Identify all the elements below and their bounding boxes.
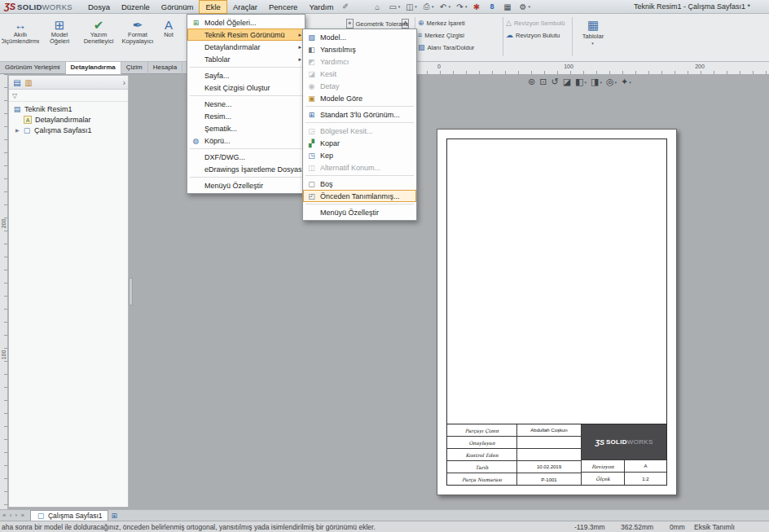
submenu-item-yansitilmis[interactable]: ◧ Yansıtılmış xyxy=(303,43,416,55)
panel-splitter-handle[interactable] xyxy=(129,278,133,306)
displaymanager-tab-icon[interactable]: ▥ xyxy=(23,77,34,88)
menu-ekle[interactable]: Ekle xyxy=(199,0,226,14)
revision-cloud-button[interactable]: ☁ Revizyon Bulutu xyxy=(506,29,565,41)
featuremanager-panel: ▤ ▥ › ▽ ▤ Teknik Resim1 A Detaylandırmal… xyxy=(8,75,129,508)
button-label: Format Kopyalayıcı xyxy=(119,32,156,45)
menu-duzenle[interactable]: Düzenle xyxy=(116,1,156,13)
menu-item-label: Detaylandırmalar xyxy=(204,43,261,51)
menu-araclar[interactable]: Araçlar xyxy=(227,1,263,13)
datum-feature-button[interactable]: A xyxy=(402,18,409,29)
submenu-item-bos[interactable]: ▢ Boş xyxy=(303,178,416,190)
open-icon[interactable]: ▭ xyxy=(387,1,399,13)
rebuild-icon[interactable]: ✱ xyxy=(470,1,482,13)
menu-yardim[interactable]: Yardım xyxy=(303,1,339,13)
chevron-down-icon[interactable]: ▾ xyxy=(528,4,530,9)
menu-separator xyxy=(305,122,414,123)
model-items-icon: ⊞ xyxy=(55,18,65,32)
tab-cizim[interactable]: Çizim xyxy=(121,62,148,74)
status-x-coordinate: -119.3mm xyxy=(574,523,605,531)
format-painter-button[interactable]: ✒ Format Kopyalayıcı xyxy=(119,15,156,59)
submenu-item-kesit[interactable]: ◪ Kesit xyxy=(303,68,416,80)
tab-detaylandirma[interactable]: Detaylandırma xyxy=(66,62,121,74)
menu-item-kesit-cizgisi-olustur[interactable]: Kesit Çizgisi Oluştur xyxy=(187,81,305,94)
menu-dosya[interactable]: Dosya xyxy=(82,1,116,13)
panel-expand-chevron-icon[interactable]: › xyxy=(123,78,125,87)
menu-gorunum[interactable]: Görünüm xyxy=(156,1,200,13)
note-button[interactable]: A Not xyxy=(158,15,179,59)
redo-icon[interactable]: ↷ xyxy=(454,1,466,13)
submenu-item-onceden-tanimlanmis[interactable]: ◰ Önceden Tanımlanmış... xyxy=(303,190,416,202)
menu-item-label: Alternatif Konum... xyxy=(320,164,380,172)
settings-gear-icon[interactable]: ⚙ xyxy=(516,1,529,13)
featuremanager-tab-icon[interactable]: ▤ xyxy=(11,77,23,88)
menu-item-teknik-resim-gorunumu[interactable]: Teknik Resim Görünümü ▸ xyxy=(187,29,305,41)
submenu-item-kopar[interactable]: ▞ Kopar xyxy=(303,137,416,149)
expander-icon[interactable]: ▶ xyxy=(15,127,22,133)
logo-works-text: WORKS xyxy=(627,438,653,446)
tree-item-detaylandirmalar[interactable]: A Detaylandırmalar xyxy=(9,114,128,125)
chevron-down-icon[interactable]: ▾ xyxy=(465,4,468,9)
previous-view-icon[interactable]: ↺ xyxy=(551,77,558,87)
chevron-down-icon[interactable]: ▾ xyxy=(415,4,417,9)
area-hatch-button[interactable]: ▨ Alanı Tara/Doldur xyxy=(418,42,474,53)
revision-symbol-button[interactable]: △ Revizyon Sembolü xyxy=(506,17,565,29)
undo-icon[interactable]: ↶ xyxy=(437,1,449,13)
submenu-item-detay[interactable]: ◉ Detay xyxy=(303,80,416,92)
model-items-button[interactable]: ⊞ Model Öğeleri xyxy=(41,15,78,59)
add-sheet-icon[interactable]: ⊞ xyxy=(112,512,118,520)
home-icon[interactable]: ⌂ xyxy=(371,1,384,13)
submenu-item-yardimci[interactable]: ◩ Yardımcı xyxy=(303,55,416,68)
chevron-down-icon[interactable]: ▾ xyxy=(432,4,434,9)
filter-icon[interactable]: ▽ xyxy=(12,92,17,99)
submenu-item-modele-gore[interactable]: ▣ Modele Göre xyxy=(303,92,416,104)
menu-item-menuyu-ozellestir[interactable]: Menüyü Özelleştir xyxy=(187,179,305,191)
zoom-area-icon[interactable]: ⊡ xyxy=(539,77,547,87)
submenu-item-standart-3lu-gorunum[interactable]: ⊞ Standart 3'lü Görünüm... xyxy=(303,108,416,121)
menu-pencere[interactable]: Pencere xyxy=(263,1,303,13)
smart-dimension-button[interactable]: ↔ Akıllı Ölçümlendirme xyxy=(2,15,39,59)
drawing-sheet[interactable]: Parçayı Çizen Abdullah Coşkun Onaylayan … xyxy=(437,129,677,495)
options-icon[interactable]: ▦ xyxy=(501,1,513,13)
window-title: Teknik Resim1 - Çalışma Sayfası1 * xyxy=(634,2,750,11)
view-settings-icon[interactable]: ✦▾ xyxy=(621,77,631,87)
submenu-item-bolgesel-kesit[interactable]: ◲ Bölgesel Kesit... xyxy=(303,125,416,137)
hide-show-icon[interactable]: ◎▾ xyxy=(606,77,617,87)
save-icon[interactable]: ◫ xyxy=(403,1,415,13)
pin-icon[interactable]: ✐ xyxy=(342,2,349,11)
submenu-item-kep[interactable]: ◳ Kep xyxy=(303,149,416,161)
menu-item-sayfa[interactable]: Sayfa... xyxy=(187,69,305,81)
sheet-tab-calisma-sayfasi1[interactable]: ▢ Çalışma Sayfası1 xyxy=(30,510,108,521)
menu-item-nesne[interactable]: Nesne... xyxy=(187,98,305,110)
display-style-icon[interactable]: ◨▾ xyxy=(591,77,602,87)
submenu-item-menuyu-ozellestir[interactable]: Menüyü Özelleştir xyxy=(303,206,416,218)
chevron-down-icon[interactable]: ▾ xyxy=(448,4,450,9)
file-properties-icon[interactable]: 8 xyxy=(486,1,498,13)
menu-item-detaylandirmalar[interactable]: Detaylandırmalar ▸ xyxy=(187,41,305,53)
center-mark-button[interactable]: ⊕ Merkez İşareti xyxy=(418,17,474,29)
centerline-button[interactable]: ≡ Merkez Çizgisi xyxy=(418,29,474,41)
chevron-down-icon[interactable]: ▾ xyxy=(398,4,401,9)
menu-item-resim[interactable]: Resim... xyxy=(187,110,305,122)
sheet-nav-arrows[interactable]: « ‹ › » xyxy=(2,512,25,519)
ribbon-separator xyxy=(572,17,573,56)
tables-button[interactable]: ▦ Tablolar ▾ xyxy=(575,16,611,59)
menu-separator xyxy=(305,204,414,204)
menu-item-kopru[interactable]: ◍ Köprü... xyxy=(187,134,305,147)
view-orientation-icon[interactable]: ◧▾ xyxy=(575,77,587,87)
tab-hesapla[interactable]: Hesapla xyxy=(148,62,182,74)
spell-checker-button[interactable]: ✔ Yazım Denetleyici xyxy=(80,15,117,59)
tab-gorunum-yerlesimi[interactable]: Görünüm Yerleşimi xyxy=(0,62,66,74)
print-icon[interactable]: ⎙ xyxy=(420,1,433,13)
submenu-item-alternatif-konum[interactable]: ◫ Alternatif Konum... xyxy=(303,161,416,174)
menu-item-tablolar[interactable]: Tablolar ▸ xyxy=(187,53,305,65)
zoom-fit-icon[interactable]: ⊚ xyxy=(528,77,535,87)
geometric-tolerance-button[interactable]: ⌖ Geometrik Tolerans xyxy=(346,18,408,29)
tree-item-teknik-resim1[interactable]: ▤ Teknik Resim1 xyxy=(9,103,128,114)
menu-item-edrawings-isaretleme-dosyasi[interactable]: eDrawings İşaretleme Dosyası xyxy=(187,163,305,175)
menu-item-model-ogeleri[interactable]: ⊞ Model Öğeleri... xyxy=(187,16,305,29)
section-view-icon[interactable]: ◪ xyxy=(563,77,571,87)
menu-item-dxf-dwg[interactable]: DXF/DWG... xyxy=(187,151,305,163)
submenu-item-model[interactable]: ▧ Model... xyxy=(303,31,416,43)
tree-item-calisma-sayfasi1[interactable]: ▶ ▢ Çalışma Sayfası1 xyxy=(9,125,128,135)
menu-item-sematik[interactable]: Şematik... xyxy=(187,122,305,134)
